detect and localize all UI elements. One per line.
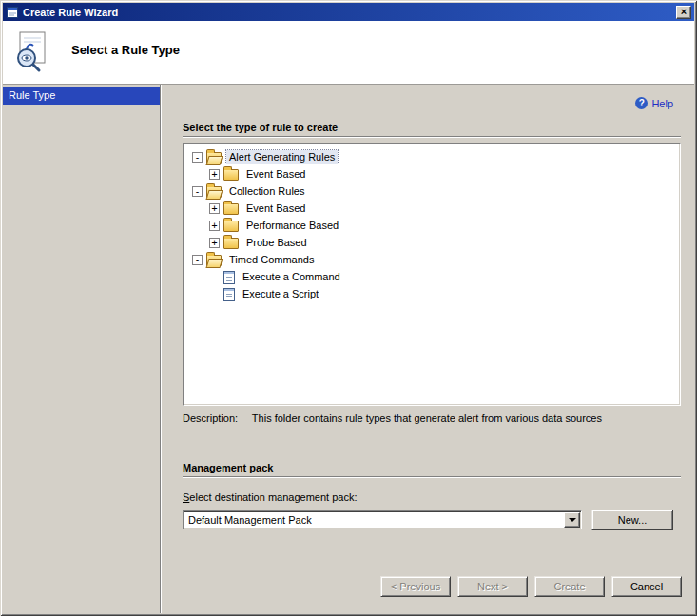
tree-item-label: Collection Rules — [226, 184, 307, 198]
description-row: Description: This folder contains rule t… — [183, 413, 681, 424]
dropdown-button[interactable] — [564, 512, 580, 528]
description-text: This folder contains rule types that gen… — [252, 413, 602, 424]
folder-open-icon — [206, 255, 222, 266]
management-pack-select[interactable]: Default Management Pack — [183, 510, 582, 529]
folder-open-icon — [206, 152, 222, 164]
tree-indent-spacer — [209, 289, 220, 299]
close-button[interactable]: × — [676, 6, 691, 19]
script-icon — [223, 288, 235, 301]
expand-icon[interactable]: + — [209, 238, 220, 248]
tree-item-label: Alert Generating Rules — [226, 150, 338, 164]
next-button[interactable]: Next > — [457, 576, 528, 597]
tree-indent-spacer — [209, 272, 220, 282]
tree-item-label: Execute a Command — [240, 270, 343, 283]
previous-button[interactable]: < Previous — [380, 576, 451, 597]
tree-item-label: Performance Based — [243, 219, 341, 232]
expand-icon[interactable]: + — [209, 203, 220, 214]
wizard-header: Select a Rule Type — [3, 21, 694, 85]
new-management-pack-button[interactable]: New... — [591, 510, 673, 530]
tree-item-collection-rules[interactable]: - Collection Rules — [184, 183, 680, 200]
management-pack-field-label: Select destination management pack: — [183, 491, 357, 503]
tree-item-alert-generating-rules[interactable]: - Alert Generating Rules — [184, 148, 680, 165]
folder-icon — [223, 221, 239, 232]
tree-item-label: Execute a Script — [240, 287, 321, 300]
management-pack-selected-value: Default Management Pack — [188, 514, 312, 526]
tree-item-label: Timed Commands — [226, 253, 317, 266]
folder-icon — [223, 238, 239, 249]
tree-item-event-based-alert[interactable]: + Event Based — [184, 165, 680, 183]
management-pack-section-title: Management pack — [183, 462, 273, 473]
wizard-steps-sidebar: Rule Type — [3, 85, 161, 613]
section-divider — [183, 136, 681, 138]
folder-icon — [223, 169, 239, 181]
collapse-icon[interactable]: - — [192, 152, 203, 163]
help-link[interactable]: ? Help — [635, 97, 673, 109]
tree-item-execute-a-script[interactable]: Execute a Script — [184, 285, 680, 302]
tree-item-event-based-collection[interactable]: + Event Based — [184, 200, 680, 217]
description-label: Description: — [183, 413, 249, 424]
create-rule-wizard-window: Create Rule Wizard × Select a Rule Type … — [0, 0, 697, 616]
rule-type-section-title: Select the type of rule to create — [183, 122, 338, 133]
window-icon — [6, 6, 19, 19]
tree-item-label: Probe Based — [243, 236, 310, 249]
window-title: Create Rule Wizard — [23, 7, 676, 18]
collapse-icon[interactable]: - — [192, 255, 203, 265]
folder-icon — [223, 203, 239, 215]
help-label: Help — [651, 98, 673, 109]
chevron-down-icon — [569, 518, 576, 522]
expand-icon[interactable]: + — [209, 169, 220, 180]
tree-item-timed-commands[interactable]: - Timed Commands — [184, 251, 680, 268]
rule-type-page-icon — [11, 29, 53, 75]
create-button[interactable]: Create — [534, 576, 605, 597]
expand-icon[interactable]: + — [209, 221, 220, 231]
collapse-icon[interactable]: - — [192, 186, 203, 197]
script-icon — [223, 271, 235, 284]
title-bar[interactable]: Create Rule Wizard × — [3, 3, 694, 21]
tree-item-execute-a-command[interactable]: Execute a Command — [184, 268, 680, 285]
folder-open-icon — [206, 186, 222, 198]
tree-item-probe-based[interactable]: + Probe Based — [184, 234, 680, 251]
wizard-content: ? Help Select the type of rule to create… — [162, 85, 694, 613]
cancel-button[interactable]: Cancel — [611, 576, 682, 597]
page-title: Select a Rule Type — [71, 43, 180, 57]
tree-item-performance-based[interactable]: + Performance Based — [184, 217, 680, 234]
rule-type-tree[interactable]: - Alert Generating Rules + Event Based -… — [183, 143, 681, 406]
tree-item-label: Event Based — [243, 167, 308, 181]
sidebar-item-rule-type[interactable]: Rule Type — [3, 87, 160, 105]
section-divider — [183, 476, 681, 478]
tree-item-label: Event Based — [243, 202, 308, 215]
help-icon: ? — [635, 97, 648, 109]
